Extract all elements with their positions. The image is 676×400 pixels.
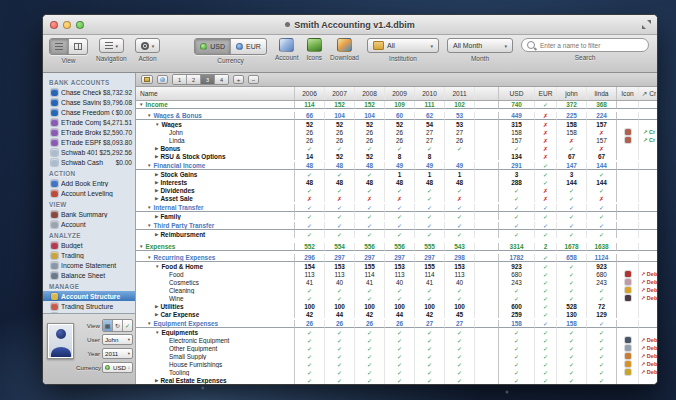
fullscreen-icon[interactable] xyxy=(642,20,651,29)
disclosure-triangle-icon[interactable]: ▼ xyxy=(147,321,151,326)
table-row-third-party-transfer[interactable]: ▼Third Party Transfer✓✓✓✓✓✓✓✓✓✓ xyxy=(136,222,657,230)
column-header-linda[interactable]: linda xyxy=(586,87,616,100)
column-header-2009[interactable]: 2009 xyxy=(384,87,414,100)
list-view-button[interactable] xyxy=(50,39,69,54)
sidebar-item-account-structure[interactable]: Account Structure xyxy=(43,291,135,301)
disclosure-triangle-icon[interactable]: ▶ xyxy=(155,154,158,159)
table-row-interests[interactable]: ▶Interests484848484848288✓144144 xyxy=(136,178,657,186)
disclosure-triangle-icon[interactable]: ▶ xyxy=(155,188,158,193)
table-row-car-expense[interactable]: ▶Car Expense424442444245259✓130129 xyxy=(136,310,657,318)
disclosure-triangle-icon[interactable]: ▼ xyxy=(147,255,151,260)
sidebar-item-balance-sheet[interactable]: Balance Sheet xyxy=(43,270,135,280)
sidebar-item-schwab-cash[interactable]: Schwab Cash$0.00 xyxy=(43,157,135,167)
table-row-bonus[interactable]: ▶Bonus✓✓✓✓✓✓✓✗✓✗ xyxy=(136,144,657,152)
disclosure-triangle-icon[interactable]: ▶ xyxy=(155,172,158,177)
table-row-rsu-stock-options[interactable]: ▶RSU & Stock Options14525288134✗6767 xyxy=(136,152,657,160)
column-header-john[interactable]: john xyxy=(556,87,586,100)
currency-usd-button[interactable]: USD xyxy=(195,39,231,54)
structure-view-button[interactable]: ▦ xyxy=(103,320,113,331)
table-row-cleaning[interactable]: Cleaning✓✓✓✓✓✓✓✓✓✓↗ Deb xyxy=(136,286,657,294)
table-row-wages[interactable]: ▼Wages525252525453315✗158157 xyxy=(136,120,657,128)
column-header-eur[interactable]: EUR xyxy=(534,87,556,100)
table-row-recurring-expenses[interactable]: ▼Recurring Expenses296297297297297298178… xyxy=(136,254,657,262)
sidebar-item-etrade-espp[interactable]: ETrade ESPP$8,093.80 xyxy=(43,137,135,147)
table-icons-button[interactable] xyxy=(141,75,153,84)
column-header-icon[interactable]: Icon xyxy=(616,87,638,100)
sidebar-item-etrade-brokerage[interactable]: ETrade Brokerage$2,590.70 xyxy=(43,127,135,137)
disclosure-triangle-icon[interactable]: ▼ xyxy=(147,205,151,210)
refresh-view-button[interactable]: ↻ xyxy=(113,320,123,331)
validate-view-button[interactable]: ✓ xyxy=(123,320,132,331)
column-header-2010[interactable]: 2010 xyxy=(414,87,444,100)
collapse-all-button[interactable]: − xyxy=(248,75,259,84)
depth-segment-1[interactable]: 1 xyxy=(173,75,187,84)
disclosure-triangle-icon[interactable]: ▶ xyxy=(155,214,158,219)
disclosure-triangle-icon[interactable]: ▼ xyxy=(139,244,143,249)
expand-all-button[interactable]: + xyxy=(233,75,244,84)
sidebar-item-budget[interactable]: Budget xyxy=(43,240,135,250)
disclosure-triangle-icon[interactable]: ▶ xyxy=(155,378,158,383)
table-row-internal-transfer[interactable]: ▼Internal Transfer✓✓✓✓✓✓✓✓✓✓ xyxy=(136,204,657,212)
table-row-equipment-expenses[interactable]: ▼Equipment Expenses262626262727158✓158✓ xyxy=(136,320,657,328)
disclosure-triangle-icon[interactable]: ▶ xyxy=(155,196,158,201)
table-row-dividendes[interactable]: ▶Dividendes✓✓✓✓✓✓✓✗✓✓ xyxy=(136,186,657,194)
table-row-tooling[interactable]: Tooling✓✓✓✓✓✓✓✓✓✓↗ Deb xyxy=(136,368,657,376)
table-eye-button[interactable] xyxy=(157,75,168,84)
sidebar-item-bank-summary[interactable]: Bank Summary xyxy=(43,209,135,219)
table-row-other-equipment[interactable]: Other Equipment✓✓✓✓✓✓✓✓✓✓↗ Deb xyxy=(136,344,657,352)
table-row-stock-gains[interactable]: ▶Stock Gains✓✓✓1113✓3✓ xyxy=(136,170,657,178)
column-header-2007[interactable]: 2007 xyxy=(324,87,354,100)
disclosure-triangle-icon[interactable]: ▼ xyxy=(147,223,151,228)
sidebar-item-account[interactable]: Account xyxy=(43,219,135,229)
table-row-food[interactable]: Food113113114113114113680✓✓680↗ Deb xyxy=(136,270,657,278)
table-row-wine[interactable]: Wine✓✓✓✓✓✓✓✓✓✓↗ Deb xyxy=(136,294,657,302)
table-row-linda[interactable]: Linda262626262726157✗✗157↗ Cr xyxy=(136,136,657,144)
year-select[interactable]: 2011▾ xyxy=(102,348,133,359)
disclosure-triangle-icon[interactable]: ▼ xyxy=(139,102,143,107)
table-row-real-estate-expenses[interactable]: ▶Real Estate Expenses✓✓✓✓✓✓✓✓✓✓ xyxy=(136,376,657,384)
depth-segment-2[interactable]: 2 xyxy=(187,75,201,84)
depth-segment-3[interactable]: 3 xyxy=(201,75,215,84)
table-row-equipments[interactable]: ▼Equipments✓✓✓✓✓✓✓✓✓✓ xyxy=(136,328,657,336)
sidebar-item-schwab-401k[interactable]: Schwab 401K$25,292.56 xyxy=(43,147,135,157)
column-header-2008[interactable]: 2008 xyxy=(354,87,384,100)
sidebar-item-chase-freedom-card[interactable]: Chase Freedom Card$0.00 xyxy=(43,107,135,117)
disclosure-triangle-icon[interactable]: ▶ xyxy=(155,312,158,317)
search-input[interactable] xyxy=(538,41,643,50)
table-row-small-supply[interactable]: Small Supply✓✓✓✓✓✓✓✓✓✓↗ Deb xyxy=(136,352,657,360)
table-row-expenses[interactable]: ▼Expenses5525545565565555433314216781638 xyxy=(136,243,657,251)
disclosure-triangle-icon[interactable]: ▼ xyxy=(147,163,151,168)
disclosure-triangle-icon[interactable]: ▶ xyxy=(155,146,158,151)
sidebar-item-income-statement[interactable]: Income Statement xyxy=(43,260,135,270)
currency-eur-button[interactable]: EUR xyxy=(231,39,266,54)
institution-dropdown[interactable]: All ▾ xyxy=(367,38,439,53)
table-row-family[interactable]: ▶Family✓✓✓✓✓✓✓✓✓✓ xyxy=(136,212,657,220)
user-select[interactable]: John▾ xyxy=(102,334,133,345)
download-icon[interactable] xyxy=(337,38,352,52)
column-header-name[interactable]: Name xyxy=(136,87,294,100)
column-header-2011[interactable]: 2011 xyxy=(444,87,474,100)
sidebar-item-etrade-complete[interactable]: ETrade Complete$4,271.51 xyxy=(43,117,135,127)
disclosure-triangle-icon[interactable]: ▶ xyxy=(155,180,158,185)
sidebar-item-add-book-entry[interactable]: Add Book Entry xyxy=(43,178,135,188)
disclosure-triangle-icon[interactable]: ▼ xyxy=(155,264,159,269)
navigation-button[interactable]: ▾ xyxy=(99,38,125,53)
table-row-asset-sale[interactable]: ▶Asset Sale✗✗✗✗✓✗✓✗✓✗ xyxy=(136,194,657,202)
disclosure-triangle-icon[interactable]: ▼ xyxy=(155,122,159,127)
currency-select[interactable]: USD↕ xyxy=(102,362,133,373)
sidebar-item-account-leveling[interactable]: Account Leveling xyxy=(43,188,135,198)
table-row-food-home[interactable]: ▼Food & Home154153155153155153923✓✓923 xyxy=(136,262,657,270)
table-row-john[interactable]: John262626262727158✗158✗↗ Cr xyxy=(136,128,657,136)
titlebar[interactable]: Smith Accounting v1.4.dbim xyxy=(43,15,657,35)
depth-segment-4[interactable]: 4 xyxy=(215,75,228,84)
disclosure-triangle-icon[interactable]: ▶ xyxy=(155,304,158,309)
table-row-reimbursment[interactable]: ▶Reimbursment✓✓✓✓✓✓✓✓✓✓ xyxy=(136,230,657,238)
action-button[interactable]: ▾ xyxy=(135,38,161,53)
sidebar-item-chase-checking[interactable]: Chase Checking$8,732.92 xyxy=(43,87,135,97)
account-icon[interactable] xyxy=(279,38,294,52)
column-header-usd[interactable]: USD xyxy=(498,87,534,100)
table-row-utilities[interactable]: ▶Utilities100100100100100100600✓52872 xyxy=(136,302,657,310)
table-row-house-furnishings[interactable]: House Furnishings✓✓✓✓✓✓✓✓✓✓↗ Deb xyxy=(136,360,657,368)
table-row-income[interactable]: ▼Income114152152109111102740✓372368 xyxy=(136,101,657,109)
sidebar-item-trading[interactable]: Trading xyxy=(43,250,135,260)
